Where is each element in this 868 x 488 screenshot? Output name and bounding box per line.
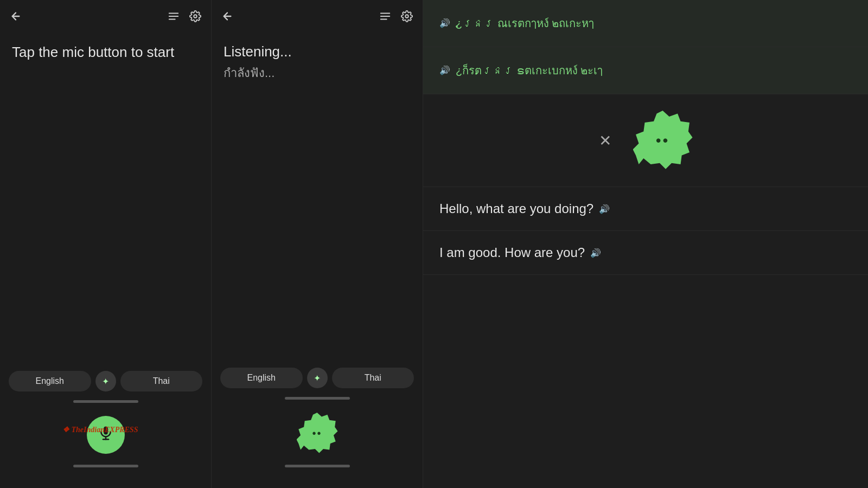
middle-top-bar xyxy=(212,0,423,33)
left-content: Tap the mic button to start xyxy=(0,33,211,362)
middle-top-icons xyxy=(379,10,413,22)
middle-home-indicator-2 xyxy=(285,465,350,467)
right-action-row: ✕ •• xyxy=(423,94,868,187)
svg-text:❖ TheIndianEXPRESS: ❖ TheIndianEXPRESS xyxy=(62,426,138,434)
middle-blob-dots: •• xyxy=(312,427,322,440)
middle-swap-icon: ✦ xyxy=(314,373,321,383)
middle-history-button[interactable] xyxy=(379,10,391,22)
left-lang-from-button[interactable]: English xyxy=(9,371,91,391)
left-swap-button[interactable]: ✦ xyxy=(95,371,116,391)
middle-settings-button[interactable] xyxy=(401,10,413,22)
right-thai-msg-1-content: ¿ន្ររ ณเรตกๅหง์ ๒ถเกะหๅ xyxy=(456,15,594,31)
left-history-button[interactable] xyxy=(168,10,180,22)
left-main-text: Tap the mic button to start xyxy=(12,43,199,62)
left-back-button[interactable] xyxy=(10,10,22,22)
middle-lang-to-button[interactable]: Thai xyxy=(332,368,414,388)
left-watermark: ❖ TheIndianEXPRESS xyxy=(62,423,149,436)
right-thai-speaker-1-icon[interactable]: 🔊 xyxy=(439,17,450,30)
right-thai-msg-2-content: ¿ก็รตន្ររ ຣตเกะเบกหง์ ๒ะเๅ xyxy=(456,62,603,79)
right-message-1-content: Hello, what are you doing? xyxy=(439,201,593,216)
right-panel: 🔊 ¿ន្ររ ณเรตกๅหง์ ๒ถเกะหๅ 🔊 ¿ก็รตន្ររ ຣต… xyxy=(423,0,868,488)
left-top-icons xyxy=(168,10,201,22)
right-messages: 🔊 ¿ន្ររ ณเรตกๅหง์ ๒ถเกะหๅ 🔊 ¿ก็รตន្ររ ຣต… xyxy=(423,0,868,488)
left-lang-selector: English ✦ Thai xyxy=(9,371,202,391)
middle-swap-button[interactable]: ✦ xyxy=(307,368,328,388)
left-lang-to-button[interactable]: Thai xyxy=(120,371,203,391)
right-thai-msg-1-text: 🔊 ¿ន្ររ ณเรตกๅหง์ ๒ถเกะหๅ xyxy=(439,15,852,31)
right-blob-dots: •• xyxy=(656,132,670,149)
left-home-indicator xyxy=(73,400,138,403)
right-message-2-speaker-icon[interactable]: 🔊 xyxy=(590,248,601,258)
right-thai-speaker-2-icon[interactable]: 🔊 xyxy=(439,64,450,77)
right-message-1-speaker-icon[interactable]: 🔊 xyxy=(599,204,610,214)
right-message-2-content: I am good. How are you? xyxy=(439,245,585,260)
svg-point-11 xyxy=(405,15,409,18)
middle-lang-selector: English ✦ Thai xyxy=(220,368,414,388)
middle-home-indicator xyxy=(285,397,350,400)
middle-thai-subtext: กำลังฟัง... xyxy=(224,63,411,82)
right-thai-msg-2-text: 🔊 ¿ก็รตន្ររ ຣตเกะเบกหง์ ๒ะเๅ xyxy=(439,62,852,79)
middle-bottom-area: English ✦ Thai •• xyxy=(212,359,423,488)
left-settings-button[interactable] xyxy=(189,10,201,22)
right-message-2-block: I am good. How are you? 🔊 xyxy=(423,231,868,275)
left-swap-icon: ✦ xyxy=(102,376,109,387)
right-message-1-block: Hello, what are you doing? 🔊 xyxy=(423,187,868,231)
right-message-2-text: I am good. How are you? 🔊 xyxy=(439,245,852,260)
middle-listening-text: Listening... xyxy=(224,43,411,60)
right-message-1-text: Hello, what are you doing? 🔊 xyxy=(439,201,852,216)
middle-panel: Listening... กำลังฟัง... English ✦ Thai … xyxy=(212,0,423,488)
left-home-indicator-2 xyxy=(73,465,138,467)
middle-lang-from-button[interactable]: English xyxy=(220,368,303,388)
left-top-bar xyxy=(0,0,211,33)
middle-back-button[interactable] xyxy=(221,10,233,22)
right-close-button[interactable]: ✕ xyxy=(599,132,611,150)
svg-point-3 xyxy=(194,15,197,18)
right-thai-msg-1: 🔊 ¿ន្ររ ณเรตกๅหง์ ๒ถเกะหๅ xyxy=(423,0,868,47)
right-thai-msg-2: 🔊 ¿ก็รตន្ររ ຣตเกะเบกหง์ ๒ะเๅ xyxy=(423,47,868,94)
middle-content: Listening... กำลังฟัง... xyxy=(212,33,423,359)
left-panel: Tap the mic button to start English ✦ Th… xyxy=(0,0,212,488)
right-big-blob-button[interactable]: •• xyxy=(633,111,693,170)
middle-blob-button[interactable]: •• xyxy=(297,413,338,454)
